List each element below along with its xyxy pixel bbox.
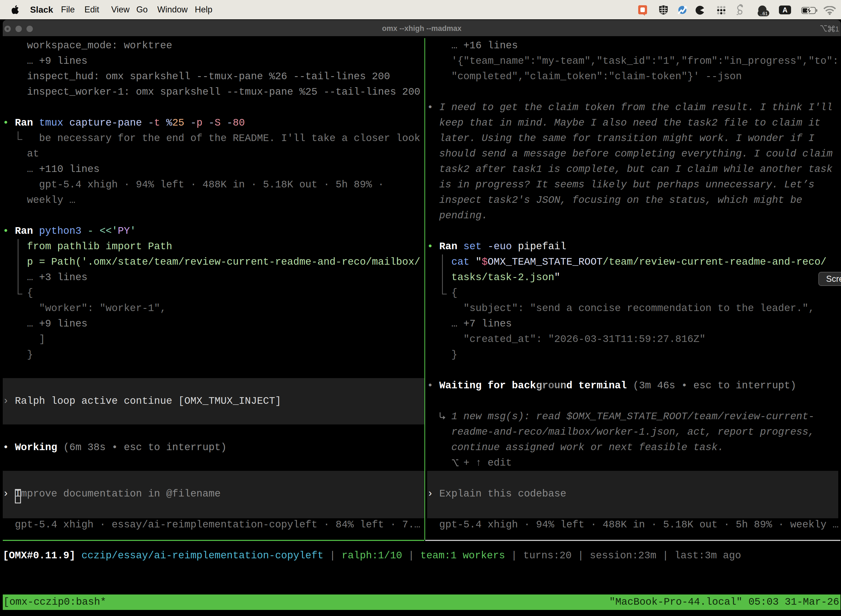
svg-text:..61: ..61: [760, 11, 768, 16]
svg-text:1: 1: [835, 25, 839, 33]
svg-text:A: A: [782, 6, 787, 14]
